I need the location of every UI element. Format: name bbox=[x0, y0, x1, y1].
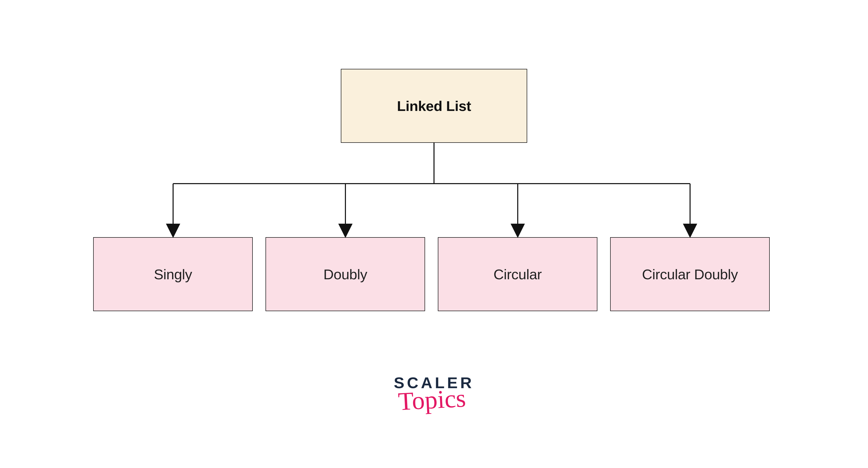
child-node-circular: Circular bbox=[438, 237, 597, 311]
brand-logo: SCALER Topics bbox=[380, 375, 488, 407]
child-node-label: Circular Doubly bbox=[642, 266, 738, 282]
root-node: Linked List bbox=[341, 69, 527, 143]
brand-word-topics: Topics bbox=[378, 390, 486, 410]
child-node-singly: Singly bbox=[93, 237, 253, 311]
diagram-canvas: Linked List Singly Doubly Circular Circu… bbox=[0, 0, 868, 468]
root-node-label: Linked List bbox=[397, 98, 471, 114]
child-node-label: Doubly bbox=[323, 266, 367, 282]
child-node-label: Singly bbox=[154, 266, 192, 282]
child-node-doubly: Doubly bbox=[266, 237, 425, 311]
child-node-label: Circular bbox=[494, 266, 542, 282]
child-node-circular-doubly: Circular Doubly bbox=[610, 237, 770, 311]
